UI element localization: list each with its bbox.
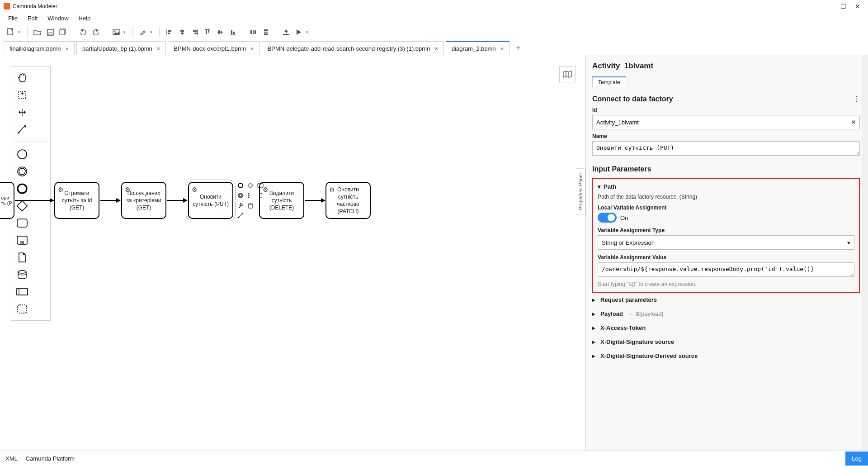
- diagram-canvas[interactable]: ори ть (P ⚙ Отримати сутніть за id (GET)…: [0, 55, 585, 451]
- new-file-icon[interactable]: [5, 27, 16, 38]
- section-request-params[interactable]: ▸ Request parameters: [592, 293, 860, 307]
- run-icon[interactable]: [293, 27, 304, 38]
- ctx-annotation-icon[interactable]: [247, 192, 254, 199]
- section-x-access-token[interactable]: ▸ X-Access-Token: [592, 321, 860, 335]
- data-store-icon[interactable]: [13, 267, 31, 282]
- close-icon[interactable]: ×: [250, 45, 254, 52]
- close-icon[interactable]: ×: [65, 45, 69, 52]
- pool-icon[interactable]: [13, 284, 31, 300]
- name-field[interactable]: [592, 141, 860, 156]
- align-center-icon[interactable]: [177, 27, 188, 38]
- scrollbar[interactable]: [862, 55, 868, 451]
- undo-icon[interactable]: [78, 27, 89, 38]
- properties-panel-toggle[interactable]: Properties Panel: [576, 168, 585, 215]
- image-dropdown[interactable]: ▾: [123, 30, 128, 34]
- task-label: ори ть (P: [1, 195, 12, 206]
- align-middle-icon[interactable]: [215, 27, 226, 38]
- ctx-task-icon[interactable]: [257, 182, 264, 189]
- sequence-flow[interactable]: [15, 200, 54, 201]
- svg-point-38: [19, 168, 25, 175]
- kebab-menu-icon[interactable]: ⋮: [853, 95, 860, 103]
- color-icon[interactable]: [137, 27, 148, 38]
- task-icon[interactable]: [13, 215, 31, 231]
- clear-icon[interactable]: ✕: [851, 119, 856, 126]
- save-icon[interactable]: [45, 27, 56, 38]
- maximize-button[interactable]: ☐: [840, 3, 846, 10]
- align-left-icon[interactable]: [164, 27, 175, 38]
- close-icon[interactable]: ×: [434, 45, 438, 52]
- vav-field[interactable]: [598, 262, 854, 277]
- image-icon[interactable]: [111, 27, 122, 38]
- add-tab-button[interactable]: +: [511, 41, 525, 55]
- group-icon[interactable]: [13, 301, 31, 317]
- tab-finalkdiagram[interactable]: finalkdiagram.bpmn ×: [4, 41, 75, 55]
- distribute-h-icon[interactable]: [248, 27, 259, 38]
- connect-tool-icon[interactable]: [13, 122, 31, 137]
- svg-rect-29: [264, 29, 268, 31]
- deploy-icon[interactable]: [281, 27, 292, 38]
- data-object-icon[interactable]: [13, 250, 31, 265]
- minimap-button[interactable]: [559, 66, 576, 82]
- tab-diagram2[interactable]: diagram_2.bpmn ×: [446, 41, 509, 55]
- svg-rect-41: [17, 219, 27, 227]
- log-button[interactable]: Log: [845, 452, 868, 466]
- menu-edit[interactable]: Edit: [23, 14, 42, 23]
- sequence-flow[interactable]: [100, 200, 120, 201]
- ctx-wrench-icon[interactable]: [237, 202, 244, 209]
- tab-template[interactable]: Template: [592, 77, 626, 88]
- minimize-button[interactable]: —: [826, 3, 832, 10]
- task-clipped[interactable]: ори ть (P: [0, 182, 14, 219]
- start-event-icon[interactable]: [13, 147, 31, 162]
- task-patch[interactable]: ⚙ Оновити сутність частково (PATCH): [326, 182, 371, 219]
- task-search-data[interactable]: ⚙ Пошук даних за критеріями (GET): [121, 182, 166, 219]
- open-icon[interactable]: [32, 27, 43, 38]
- ctx-delete-icon[interactable]: [247, 202, 254, 209]
- chevron-down-icon: ▾: [847, 239, 850, 246]
- space-tool-icon[interactable]: [13, 105, 31, 120]
- distribute-v-icon[interactable]: [260, 27, 271, 38]
- view-platform-tab[interactable]: Camunda Platform: [26, 455, 75, 462]
- task-delete[interactable]: ⚙ Видалити сутність (DELETE): [259, 182, 304, 219]
- ctx-event-icon[interactable]: [237, 182, 244, 189]
- close-button[interactable]: ✕: [854, 3, 861, 10]
- menu-window[interactable]: Window: [43, 14, 73, 23]
- menu-help[interactable]: Help: [74, 14, 95, 23]
- align-bottom-icon[interactable]: [227, 27, 238, 38]
- redo-icon[interactable]: [90, 27, 101, 38]
- ctx-connect-icon[interactable]: [237, 212, 244, 219]
- ctx-intermediate-icon[interactable]: [237, 192, 244, 199]
- tab-partialupdate[interactable]: partialUpdate_bp (1).bpmn ×: [76, 41, 166, 55]
- lva-toggle[interactable]: [598, 213, 617, 223]
- svg-rect-2: [49, 33, 52, 35]
- section-x-digital-signature-derived[interactable]: ▸ X-Digital-Signature-Derived source: [592, 349, 860, 363]
- tab-bpmn-docx[interactable]: BPMN-docx-excerpt1.bpmn ×: [168, 41, 259, 55]
- task-update-put[interactable]: ⚙ Оновити сутність (PUT): [188, 182, 233, 219]
- vat-select[interactable]: String or Expression ▾: [598, 235, 854, 250]
- align-top-icon[interactable]: [202, 27, 213, 38]
- properties-panel: Activity_1blvamt Template Connect to dat…: [585, 55, 868, 451]
- path-header[interactable]: ▾ Path: [598, 183, 854, 190]
- align-right-icon[interactable]: [189, 27, 200, 38]
- ctx-gateway-icon[interactable]: [247, 182, 254, 189]
- id-field[interactable]: [592, 115, 860, 129]
- section-payload[interactable]: ▸ Payload ← ${payload}: [592, 307, 860, 321]
- sequence-flow[interactable]: [305, 200, 325, 201]
- save-all-icon[interactable]: [57, 27, 68, 38]
- sequence-flow[interactable]: [167, 200, 187, 201]
- menu-file[interactable]: File: [4, 14, 22, 23]
- intermediate-event-icon[interactable]: [13, 164, 31, 179]
- view-xml-tab[interactable]: XML: [5, 455, 18, 462]
- subprocess-icon[interactable]: [13, 233, 31, 248]
- color-dropdown[interactable]: ▾: [150, 30, 155, 34]
- tab-bpmn-delegate[interactable]: BPMN-delegate-add-read-search-second-reg…: [262, 41, 444, 55]
- task-get-entity[interactable]: ⚙ Отримати сутніть за id (GET): [54, 182, 99, 219]
- section-x-digital-signature[interactable]: ▸ X-Digital-Signature source: [592, 335, 860, 349]
- hand-tool-icon[interactable]: [13, 70, 31, 86]
- close-icon[interactable]: ×: [500, 45, 504, 52]
- end-event-icon[interactable]: [13, 181, 31, 196]
- lasso-tool-icon[interactable]: [13, 87, 31, 103]
- new-file-dropdown[interactable]: ▾: [18, 30, 23, 34]
- close-icon[interactable]: ×: [157, 45, 160, 52]
- ctx-replace-icon[interactable]: [257, 192, 264, 199]
- run-dropdown[interactable]: ▾: [306, 30, 311, 34]
